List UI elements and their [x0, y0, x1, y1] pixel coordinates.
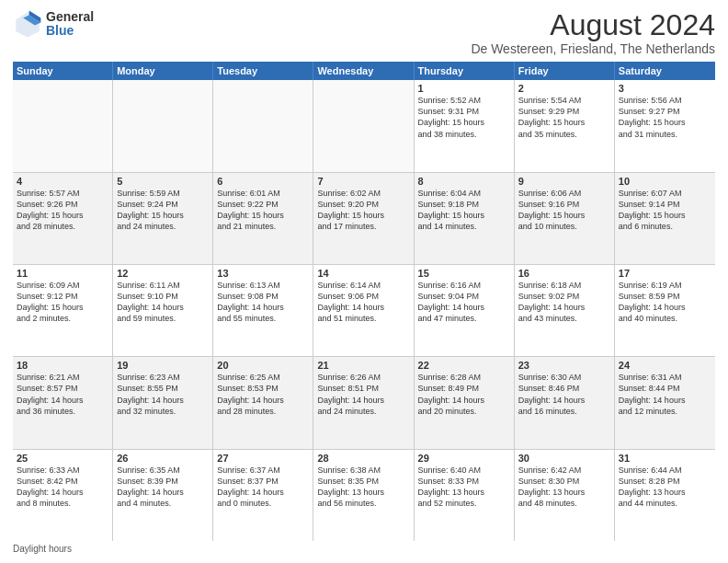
- cell-text: Sunrise: 6:07 AMSunset: 9:14 PMDaylight:…: [619, 188, 711, 233]
- calendar-cell: 14Sunrise: 6:14 AMSunset: 9:06 PMDayligh…: [313, 265, 414, 356]
- calendar-row-4: 25Sunrise: 6:33 AMSunset: 8:42 PMDayligh…: [13, 450, 715, 541]
- cell-text: Sunrise: 6:02 AMSunset: 9:20 PMDaylight:…: [317, 188, 409, 233]
- calendar: SundayMondayTuesdayWednesdayThursdayFrid…: [13, 62, 715, 541]
- day-number: 3: [619, 83, 711, 94]
- day-number: 20: [217, 360, 309, 371]
- cell-text: Sunrise: 6:44 AMSunset: 8:28 PMDaylight:…: [619, 465, 711, 510]
- cell-text: Sunrise: 6:23 AMSunset: 8:55 PMDaylight:…: [117, 372, 209, 417]
- calendar-cell: 11Sunrise: 6:09 AMSunset: 9:12 PMDayligh…: [13, 265, 113, 356]
- calendar-cell: 10Sunrise: 6:07 AMSunset: 9:14 PMDayligh…: [615, 173, 715, 264]
- day-number: 29: [418, 453, 510, 464]
- main-title: August 2024: [471, 9, 715, 41]
- day-number: 21: [317, 360, 409, 371]
- day-number: 14: [317, 268, 409, 279]
- day-number: 30: [518, 453, 610, 464]
- day-number: 16: [518, 268, 610, 279]
- day-number: 23: [518, 360, 610, 371]
- calendar-header-day-sunday: Sunday: [13, 62, 113, 80]
- day-number: 8: [418, 176, 510, 187]
- day-number: 18: [17, 360, 108, 371]
- cell-text: Sunrise: 6:16 AMSunset: 9:04 PMDaylight:…: [418, 280, 510, 325]
- day-number: 22: [418, 360, 510, 371]
- cell-text: Sunrise: 6:13 AMSunset: 9:08 PMDaylight:…: [217, 280, 309, 325]
- cell-text: Sunrise: 6:09 AMSunset: 9:12 PMDaylight:…: [17, 280, 108, 325]
- calendar-body: 1Sunrise: 5:52 AMSunset: 9:31 PMDaylight…: [13, 80, 715, 541]
- cell-text: Sunrise: 5:59 AMSunset: 9:24 PMDaylight:…: [117, 188, 209, 233]
- subtitle: De Westereen, Friesland, The Netherlands: [471, 41, 715, 56]
- day-number: 4: [17, 176, 108, 187]
- cell-text: Sunrise: 6:33 AMSunset: 8:42 PMDaylight:…: [17, 465, 108, 510]
- calendar-cell: [313, 80, 414, 171]
- calendar-cell: 29Sunrise: 6:40 AMSunset: 8:33 PMDayligh…: [415, 450, 515, 541]
- day-number: 31: [619, 453, 711, 464]
- cell-text: Sunrise: 5:57 AMSunset: 9:26 PMDaylight:…: [17, 188, 108, 233]
- calendar-cell: 9Sunrise: 6:06 AMSunset: 9:16 PMDaylight…: [515, 173, 615, 264]
- cell-text: Sunrise: 6:18 AMSunset: 9:02 PMDaylight:…: [518, 280, 610, 325]
- calendar-cell: 5Sunrise: 5:59 AMSunset: 9:24 PMDaylight…: [113, 173, 213, 264]
- calendar-cell: 16Sunrise: 6:18 AMSunset: 9:02 PMDayligh…: [515, 265, 615, 356]
- calendar-cell: [113, 80, 213, 171]
- calendar-row-3: 18Sunrise: 6:21 AMSunset: 8:57 PMDayligh…: [13, 357, 715, 449]
- calendar-cell: 18Sunrise: 6:21 AMSunset: 8:57 PMDayligh…: [13, 357, 113, 448]
- day-number: 1: [418, 83, 510, 94]
- cell-text: Sunrise: 6:31 AMSunset: 8:44 PMDaylight:…: [619, 372, 711, 417]
- cell-text: Sunrise: 6:19 AMSunset: 8:59 PMDaylight:…: [619, 280, 711, 325]
- calendar-cell: 23Sunrise: 6:30 AMSunset: 8:46 PMDayligh…: [515, 357, 615, 448]
- calendar-cell: 20Sunrise: 6:25 AMSunset: 8:53 PMDayligh…: [213, 357, 313, 448]
- page: General Blue August 2024 De Westereen, F…: [0, 0, 728, 563]
- calendar-cell: 27Sunrise: 6:37 AMSunset: 8:37 PMDayligh…: [213, 450, 313, 541]
- calendar-header-day-monday: Monday: [113, 62, 213, 80]
- calendar-cell: 6Sunrise: 6:01 AMSunset: 9:22 PMDaylight…: [213, 173, 313, 264]
- day-number: 2: [518, 83, 610, 94]
- cell-text: Sunrise: 6:28 AMSunset: 8:49 PMDaylight:…: [418, 372, 510, 417]
- calendar-cell: 8Sunrise: 6:04 AMSunset: 9:18 PMDaylight…: [415, 173, 515, 264]
- calendar-cell: 30Sunrise: 6:42 AMSunset: 8:30 PMDayligh…: [515, 450, 615, 541]
- calendar-cell: 7Sunrise: 6:02 AMSunset: 9:20 PMDaylight…: [313, 173, 414, 264]
- day-number: 12: [117, 268, 209, 279]
- logo-blue: Blue: [46, 24, 94, 38]
- calendar-cell: 31Sunrise: 6:44 AMSunset: 8:28 PMDayligh…: [615, 450, 715, 541]
- title-block: August 2024 De Westereen, Friesland, The…: [471, 9, 715, 56]
- day-number: 27: [217, 453, 309, 464]
- calendar-header-day-friday: Friday: [515, 62, 615, 80]
- calendar-cell: 22Sunrise: 6:28 AMSunset: 8:49 PMDayligh…: [415, 357, 515, 448]
- calendar-row-2: 11Sunrise: 6:09 AMSunset: 9:12 PMDayligh…: [13, 265, 715, 357]
- calendar-row-0: 1Sunrise: 5:52 AMSunset: 9:31 PMDaylight…: [13, 80, 715, 172]
- calendar-cell: 21Sunrise: 6:26 AMSunset: 8:51 PMDayligh…: [313, 357, 414, 448]
- cell-text: Sunrise: 6:04 AMSunset: 9:18 PMDaylight:…: [418, 188, 510, 233]
- calendar-header-day-wednesday: Wednesday: [313, 62, 414, 80]
- cell-text: Sunrise: 5:54 AMSunset: 9:29 PMDaylight:…: [518, 95, 610, 140]
- calendar-cell: [13, 80, 113, 171]
- cell-text: Sunrise: 6:38 AMSunset: 8:35 PMDaylight:…: [317, 465, 409, 510]
- day-number: 7: [317, 176, 409, 187]
- calendar-cell: 12Sunrise: 6:11 AMSunset: 9:10 PMDayligh…: [113, 265, 213, 356]
- day-number: 26: [117, 453, 209, 464]
- cell-text: Sunrise: 6:42 AMSunset: 8:30 PMDaylight:…: [518, 465, 610, 510]
- day-number: 6: [217, 176, 309, 187]
- logo: General Blue: [13, 9, 94, 39]
- calendar-cell: 28Sunrise: 6:38 AMSunset: 8:35 PMDayligh…: [313, 450, 414, 541]
- calendar-cell: 17Sunrise: 6:19 AMSunset: 8:59 PMDayligh…: [615, 265, 715, 356]
- cell-text: Sunrise: 6:35 AMSunset: 8:39 PMDaylight:…: [117, 465, 209, 510]
- calendar-header-day-thursday: Thursday: [415, 62, 515, 80]
- calendar-cell: 1Sunrise: 5:52 AMSunset: 9:31 PMDaylight…: [415, 80, 515, 171]
- calendar-header-day-tuesday: Tuesday: [213, 62, 313, 80]
- cell-text: Sunrise: 6:25 AMSunset: 8:53 PMDaylight:…: [217, 372, 309, 417]
- logo-text: General Blue: [46, 10, 94, 39]
- day-number: 25: [17, 453, 108, 464]
- cell-text: Sunrise: 6:30 AMSunset: 8:46 PMDaylight:…: [518, 372, 610, 417]
- day-number: 17: [619, 268, 711, 279]
- day-number: 11: [17, 268, 108, 279]
- logo-general: General: [46, 10, 94, 24]
- cell-text: Sunrise: 6:26 AMSunset: 8:51 PMDaylight:…: [317, 372, 409, 417]
- day-number: 9: [518, 176, 610, 187]
- cell-text: Sunrise: 5:56 AMSunset: 9:27 PMDaylight:…: [619, 95, 711, 140]
- day-number: 15: [418, 268, 510, 279]
- day-number: 19: [117, 360, 209, 371]
- calendar-header-day-saturday: Saturday: [615, 62, 715, 80]
- calendar-cell: 15Sunrise: 6:16 AMSunset: 9:04 PMDayligh…: [415, 265, 515, 356]
- cell-text: Sunrise: 6:37 AMSunset: 8:37 PMDaylight:…: [217, 465, 309, 510]
- footer-note: Daylight hours: [13, 544, 715, 554]
- day-number: 28: [317, 453, 409, 464]
- calendar-cell: 24Sunrise: 6:31 AMSunset: 8:44 PMDayligh…: [615, 357, 715, 448]
